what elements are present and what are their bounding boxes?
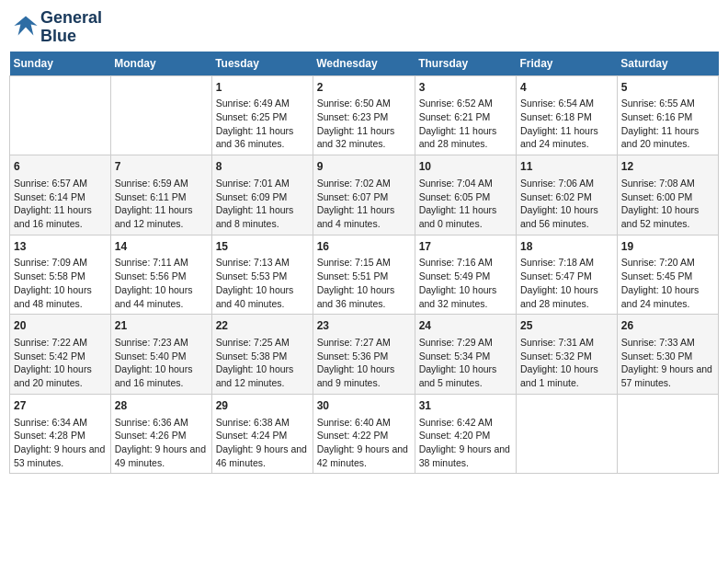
day-number: 18 xyxy=(520,239,613,255)
calendar-cell: 5Sunrise: 6:55 AMSunset: 6:16 PMDaylight… xyxy=(617,75,718,155)
calendar-cell: 2Sunrise: 6:50 AMSunset: 6:23 PMDaylight… xyxy=(313,75,415,155)
col-header-saturday: Saturday xyxy=(617,52,718,76)
day-info: Sunrise: 7:23 AMSunset: 5:40 PMDaylight:… xyxy=(115,336,208,390)
calendar-cell: 25Sunrise: 7:31 AMSunset: 5:32 PMDayligh… xyxy=(517,315,618,395)
calendar-cell: 7Sunrise: 6:59 AMSunset: 6:11 PMDaylight… xyxy=(110,155,211,236)
col-header-sunday: Sunday xyxy=(10,52,111,76)
day-info: Sunrise: 7:11 AMSunset: 5:56 PMDaylight:… xyxy=(115,256,208,310)
day-number: 5 xyxy=(621,80,714,96)
day-info: Sunrise: 7:13 AMSunset: 5:53 PMDaylight:… xyxy=(216,256,309,310)
day-info: Sunrise: 7:20 AMSunset: 5:45 PMDaylight:… xyxy=(621,256,714,310)
calendar-cell: 13Sunrise: 7:09 AMSunset: 5:58 PMDayligh… xyxy=(10,235,111,315)
calendar-cell: 1Sunrise: 6:49 AMSunset: 6:25 PMDaylight… xyxy=(211,75,313,155)
day-info: Sunrise: 7:18 AMSunset: 5:47 PMDaylight:… xyxy=(520,256,613,310)
calendar-cell: 27Sunrise: 6:34 AMSunset: 4:28 PMDayligh… xyxy=(10,394,111,474)
day-number: 25 xyxy=(520,318,613,334)
logo: General Blue xyxy=(13,9,102,46)
calendar-cell: 3Sunrise: 6:52 AMSunset: 6:21 PMDaylight… xyxy=(415,75,516,155)
day-number: 12 xyxy=(621,159,714,175)
calendar-cell: 16Sunrise: 7:15 AMSunset: 5:51 PMDayligh… xyxy=(313,235,415,315)
calendar-cell: 21Sunrise: 7:23 AMSunset: 5:40 PMDayligh… xyxy=(110,315,211,395)
day-number: 16 xyxy=(317,239,411,255)
day-info: Sunrise: 7:01 AMSunset: 6:09 PMDaylight:… xyxy=(216,177,309,231)
calendar-cell: 8Sunrise: 7:01 AMSunset: 6:09 PMDaylight… xyxy=(211,155,313,236)
day-info: Sunrise: 7:33 AMSunset: 5:30 PMDaylight:… xyxy=(621,336,714,390)
day-number: 19 xyxy=(621,239,714,255)
day-number: 2 xyxy=(317,80,411,96)
calendar-cell: 26Sunrise: 7:33 AMSunset: 5:30 PMDayligh… xyxy=(617,315,718,395)
day-number: 26 xyxy=(621,318,714,334)
day-number: 9 xyxy=(317,159,411,175)
day-number: 24 xyxy=(419,318,512,334)
calendar-cell: 10Sunrise: 7:04 AMSunset: 6:05 PMDayligh… xyxy=(415,155,516,236)
day-info: Sunrise: 6:49 AMSunset: 6:25 PMDaylight:… xyxy=(216,97,309,151)
day-info: Sunrise: 6:50 AMSunset: 6:23 PMDaylight:… xyxy=(317,97,411,151)
day-number: 20 xyxy=(14,318,107,334)
calendar-cell: 29Sunrise: 6:38 AMSunset: 4:24 PMDayligh… xyxy=(211,394,313,474)
svg-marker-0 xyxy=(14,16,37,35)
day-number: 10 xyxy=(419,159,512,175)
calendar-cell: 15Sunrise: 7:13 AMSunset: 5:53 PMDayligh… xyxy=(211,235,313,315)
day-number: 30 xyxy=(317,398,411,414)
day-number: 4 xyxy=(520,80,613,96)
day-number: 7 xyxy=(115,159,208,175)
day-info: Sunrise: 6:36 AMSunset: 4:26 PMDaylight:… xyxy=(115,416,208,470)
day-info: Sunrise: 7:16 AMSunset: 5:49 PMDaylight:… xyxy=(419,256,512,310)
page-header: General Blue xyxy=(9,9,719,46)
day-number: 11 xyxy=(520,159,613,175)
day-info: Sunrise: 7:29 AMSunset: 5:34 PMDaylight:… xyxy=(419,336,512,390)
day-number: 23 xyxy=(317,318,411,334)
calendar-cell: 31Sunrise: 6:42 AMSunset: 4:20 PMDayligh… xyxy=(415,394,516,474)
logo-text: General Blue xyxy=(40,9,102,46)
day-info: Sunrise: 7:25 AMSunset: 5:38 PMDaylight:… xyxy=(216,336,309,390)
day-info: Sunrise: 6:59 AMSunset: 6:11 PMDaylight:… xyxy=(115,177,208,231)
calendar-cell xyxy=(517,394,618,474)
calendar-table: SundayMondayTuesdayWednesdayThursdayFrid… xyxy=(9,52,719,475)
day-info: Sunrise: 7:04 AMSunset: 6:05 PMDaylight:… xyxy=(419,177,512,231)
day-info: Sunrise: 7:09 AMSunset: 5:58 PMDaylight:… xyxy=(14,256,107,310)
day-info: Sunrise: 6:55 AMSunset: 6:16 PMDaylight:… xyxy=(621,97,714,151)
day-number: 29 xyxy=(216,398,309,414)
day-info: Sunrise: 7:22 AMSunset: 5:42 PMDaylight:… xyxy=(14,336,107,390)
calendar-cell: 18Sunrise: 7:18 AMSunset: 5:47 PMDayligh… xyxy=(517,235,618,315)
calendar-cell xyxy=(110,75,211,155)
day-number: 3 xyxy=(419,80,512,96)
day-info: Sunrise: 6:52 AMSunset: 6:21 PMDaylight:… xyxy=(419,97,512,151)
calendar-cell: 6Sunrise: 6:57 AMSunset: 6:14 PMDaylight… xyxy=(10,155,111,236)
calendar-cell: 9Sunrise: 7:02 AMSunset: 6:07 PMDaylight… xyxy=(313,155,415,236)
calendar-cell xyxy=(617,394,718,474)
day-info: Sunrise: 6:40 AMSunset: 4:22 PMDaylight:… xyxy=(317,416,411,470)
day-info: Sunrise: 7:02 AMSunset: 6:07 PMDaylight:… xyxy=(317,177,411,231)
col-header-monday: Monday xyxy=(110,52,211,76)
day-number: 6 xyxy=(14,159,107,175)
calendar-cell: 23Sunrise: 7:27 AMSunset: 5:36 PMDayligh… xyxy=(313,315,415,395)
day-info: Sunrise: 6:34 AMSunset: 4:28 PMDaylight:… xyxy=(14,416,107,470)
calendar-cell: 30Sunrise: 6:40 AMSunset: 4:22 PMDayligh… xyxy=(313,394,415,474)
day-info: Sunrise: 6:38 AMSunset: 4:24 PMDaylight:… xyxy=(216,416,309,470)
day-number: 8 xyxy=(216,159,309,175)
calendar-cell: 24Sunrise: 7:29 AMSunset: 5:34 PMDayligh… xyxy=(415,315,516,395)
calendar-cell: 22Sunrise: 7:25 AMSunset: 5:38 PMDayligh… xyxy=(211,315,313,395)
col-header-tuesday: Tuesday xyxy=(211,52,313,76)
calendar-cell: 11Sunrise: 7:06 AMSunset: 6:02 PMDayligh… xyxy=(517,155,618,236)
day-info: Sunrise: 6:57 AMSunset: 6:14 PMDaylight:… xyxy=(14,177,107,231)
day-info: Sunrise: 6:42 AMSunset: 4:20 PMDaylight:… xyxy=(419,416,512,470)
day-number: 31 xyxy=(419,398,512,414)
day-number: 15 xyxy=(216,239,309,255)
col-header-thursday: Thursday xyxy=(415,52,516,76)
calendar-cell: 14Sunrise: 7:11 AMSunset: 5:56 PMDayligh… xyxy=(110,235,211,315)
col-header-wednesday: Wednesday xyxy=(313,52,415,76)
day-number: 22 xyxy=(216,318,309,334)
day-info: Sunrise: 7:27 AMSunset: 5:36 PMDaylight:… xyxy=(317,336,411,390)
day-number: 14 xyxy=(115,239,208,255)
calendar-cell: 28Sunrise: 6:36 AMSunset: 4:26 PMDayligh… xyxy=(110,394,211,474)
day-number: 17 xyxy=(419,239,512,255)
calendar-cell: 19Sunrise: 7:20 AMSunset: 5:45 PMDayligh… xyxy=(617,235,718,315)
day-number: 27 xyxy=(14,398,107,414)
day-number: 13 xyxy=(14,239,107,255)
day-number: 1 xyxy=(216,80,309,96)
day-info: Sunrise: 7:31 AMSunset: 5:32 PMDaylight:… xyxy=(520,336,613,390)
calendar-cell: 12Sunrise: 7:08 AMSunset: 6:00 PMDayligh… xyxy=(617,155,718,236)
calendar-cell: 4Sunrise: 6:54 AMSunset: 6:18 PMDaylight… xyxy=(517,75,618,155)
calendar-cell xyxy=(10,75,111,155)
